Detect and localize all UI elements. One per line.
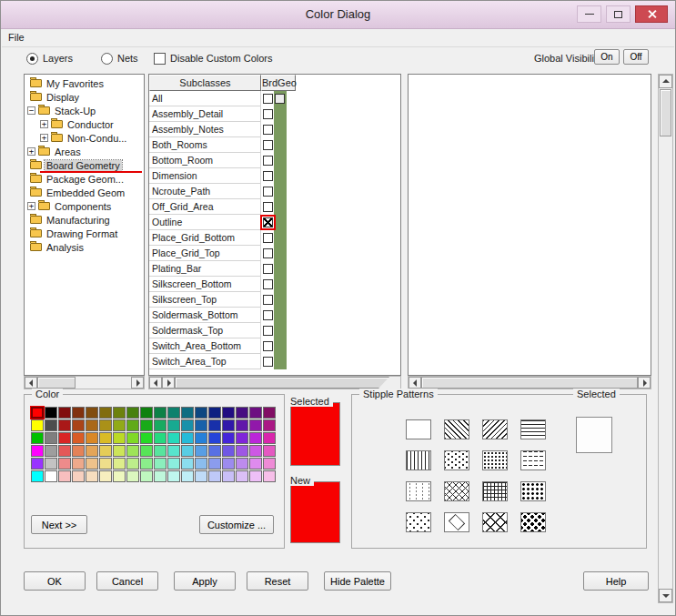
stipple-grid[interactable]: [482, 481, 508, 501]
layers-radio[interactable]: Layers: [26, 51, 73, 66]
color-swatch[interactable]: [249, 458, 262, 470]
scrollbar-track[interactable]: [76, 377, 131, 389]
color-swatch[interactable]: [113, 470, 126, 482]
stipple-dots-heavy[interactable]: [520, 512, 546, 532]
color-swatch[interactable]: [31, 419, 44, 431]
maximize-button[interactable]: [606, 5, 631, 23]
help-button[interactable]: Help: [583, 571, 649, 591]
color-swatch[interactable]: [154, 407, 166, 419]
color-swatch[interactable]: [58, 407, 71, 419]
color-swatch[interactable]: [167, 419, 180, 431]
stipple-vlines[interactable]: [406, 450, 431, 470]
stipple-plus-dots[interactable]: [482, 450, 508, 470]
tree-item-drawing-format[interactable]: Drawing Format: [25, 227, 144, 240]
visibility-checkbox[interactable]: [263, 171, 273, 181]
visibility-checkbox[interactable]: [263, 217, 273, 227]
scrollbar-thumb[interactable]: [660, 89, 671, 136]
color-swatch[interactable]: [181, 470, 194, 482]
color-swatch[interactable]: [167, 445, 180, 457]
scroll-up-button[interactable]: [659, 75, 672, 88]
color-swatch[interactable]: [45, 432, 57, 444]
visibility-checkbox[interactable]: [263, 187, 273, 197]
color-swatch[interactable]: [140, 419, 153, 431]
visibility-checkbox[interactable]: [263, 125, 273, 135]
tree-item-analysis[interactable]: Analysis: [25, 240, 144, 254]
color-swatch[interactable]: [154, 445, 166, 457]
color-swatch[interactable]: [58, 445, 71, 457]
visibility-checkbox[interactable]: [263, 109, 273, 119]
color-swatch[interactable]: [195, 458, 207, 470]
color-swatch[interactable]: [236, 419, 248, 431]
stipple-crosshatch[interactable]: [444, 481, 469, 501]
color-swatch[interactable]: [126, 432, 139, 444]
color-swatch[interactable]: [86, 432, 98, 444]
color-swatch[interactable]: [140, 432, 153, 444]
customize-button[interactable]: Customize ...: [199, 515, 274, 534]
visibility-checkbox-all[interactable]: [275, 94, 285, 104]
scroll-down-button[interactable]: [659, 589, 672, 602]
color-swatch[interactable]: [45, 445, 57, 457]
scrollbar-thumb[interactable]: [421, 377, 638, 389]
plus-expand-icon[interactable]: +: [27, 202, 35, 210]
visibility-checkbox[interactable]: [263, 295, 273, 305]
color-swatch[interactable]: [154, 470, 166, 482]
disable-custom-colors-checkbox[interactable]: Disable Custom Colors: [154, 51, 272, 66]
color-swatch[interactable]: [140, 458, 153, 470]
color-swatch[interactable]: [154, 419, 166, 431]
color-swatch[interactable]: [99, 419, 112, 431]
color-swatch[interactable]: [236, 407, 248, 419]
stipple-dash-lines[interactable]: [520, 450, 546, 470]
tree-item-stack-up[interactable]: −Stack-Up: [25, 104, 144, 117]
color-swatch[interactable]: [72, 419, 85, 431]
tree-item-components[interactable]: +Components: [25, 199, 144, 213]
stipple-dot-diag[interactable]: [406, 512, 431, 532]
stipple-diag-left[interactable]: [444, 419, 469, 439]
menu-file[interactable]: File: [2, 29, 31, 46]
tree-item-areas[interactable]: +Areas: [25, 145, 144, 158]
visibility-checkbox[interactable]: [263, 202, 273, 212]
color-swatch[interactable]: [72, 432, 85, 444]
color-swatch[interactable]: [154, 432, 166, 444]
color-swatch[interactable]: [263, 470, 276, 482]
color-swatch[interactable]: [263, 432, 276, 444]
color-swatch[interactable]: [45, 419, 57, 431]
nets-radio[interactable]: Nets: [101, 51, 138, 66]
color-swatch[interactable]: [181, 445, 194, 457]
stipple-diamond[interactable]: [444, 512, 469, 532]
stipple-diag-right[interactable]: [482, 419, 508, 439]
color-swatch[interactable]: [208, 470, 221, 482]
color-swatch[interactable]: [86, 445, 98, 457]
color-swatch[interactable]: [167, 458, 180, 470]
scrollbar-track[interactable]: [389, 377, 400, 389]
color-swatch[interactable]: [222, 407, 235, 419]
global-visibility-on-button[interactable]: On: [594, 49, 620, 65]
color-swatch[interactable]: [126, 470, 139, 482]
color-swatch[interactable]: [58, 470, 71, 482]
visibility-checkbox[interactable]: [263, 233, 273, 243]
close-button[interactable]: [635, 5, 668, 23]
stipple-dot-columns[interactable]: [406, 481, 431, 501]
plus-expand-icon[interactable]: +: [40, 134, 48, 142]
color-swatch[interactable]: [222, 432, 235, 444]
visibility-checkbox[interactable]: [263, 140, 273, 150]
color-swatch[interactable]: [99, 458, 112, 470]
color-swatch[interactable]: [222, 458, 235, 470]
color-swatch[interactable]: [195, 470, 207, 482]
color-swatch[interactable]: [126, 458, 139, 470]
apply-button[interactable]: Apply: [174, 571, 236, 591]
visibility-checkbox[interactable]: [263, 310, 273, 320]
tree-item-board-geometry[interactable]: Board Geometry: [25, 158, 144, 172]
color-swatch[interactable]: [263, 458, 276, 470]
color-swatch[interactable]: [249, 470, 262, 482]
stipple-blank[interactable]: [406, 419, 431, 439]
color-swatch[interactable]: [86, 458, 98, 470]
color-swatch[interactable]: [86, 407, 98, 419]
visibility-checkbox[interactable]: [263, 264, 273, 274]
reset-button[interactable]: Reset: [247, 571, 308, 591]
color-swatch[interactable]: [99, 432, 112, 444]
tree-item-my-favorites[interactable]: My Favorites: [25, 76, 144, 90]
visibility-checkbox[interactable]: [263, 248, 273, 258]
color-swatch[interactable]: [154, 458, 166, 470]
visibility-checkbox[interactable]: [263, 326, 273, 336]
scroll-left-button[interactable]: [409, 377, 421, 389]
